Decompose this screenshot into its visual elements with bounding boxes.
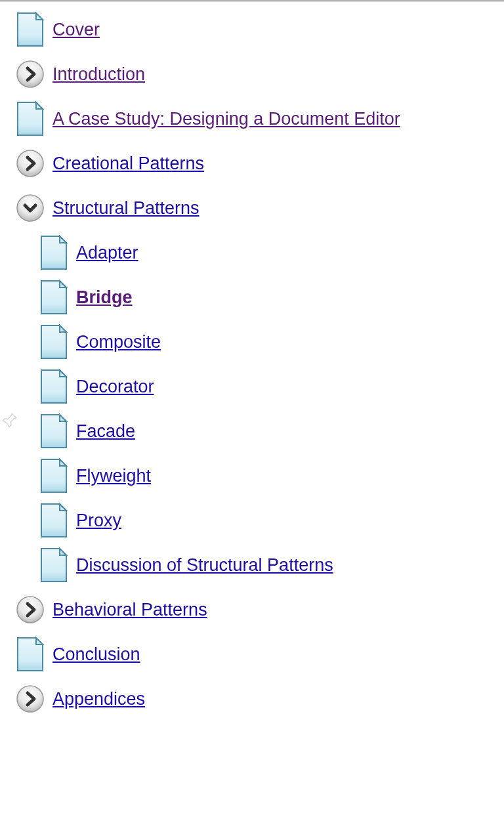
toc-icon-slot[interactable] bbox=[12, 591, 49, 628]
toc-item: Bridge bbox=[12, 279, 504, 316]
page-icon bbox=[37, 413, 70, 449]
toc-item: Decorator bbox=[12, 368, 504, 405]
svg-point-4 bbox=[17, 686, 43, 712]
toc-icon-slot bbox=[35, 279, 72, 316]
chevron-down-icon[interactable] bbox=[16, 194, 45, 222]
toc-link[interactable]: Composite bbox=[76, 332, 161, 352]
toc-icon-slot[interactable] bbox=[12, 56, 49, 93]
toc-link[interactable]: Bridge bbox=[76, 287, 133, 308]
toc-item: Behavioral Patterns bbox=[12, 591, 504, 628]
page-icon bbox=[37, 324, 70, 360]
toc-icon-slot[interactable] bbox=[12, 145, 49, 182]
toc-icon-slot bbox=[35, 457, 72, 494]
toc-icon-slot bbox=[12, 11, 49, 48]
page-icon bbox=[37, 547, 70, 583]
svg-point-0 bbox=[17, 61, 43, 87]
table-of-contents: Cover Introduction A Case Study: Designi… bbox=[0, 2, 504, 717]
chevron-right-icon[interactable] bbox=[16, 684, 45, 713]
chevron-right-icon[interactable] bbox=[16, 149, 45, 178]
toc-item: Facade bbox=[12, 413, 504, 450]
page-icon bbox=[37, 235, 70, 270]
toc-link[interactable]: Discussion of Structural Patterns bbox=[76, 555, 333, 576]
toc-item: Proxy bbox=[12, 502, 504, 539]
toc-item: Discussion of Structural Patterns bbox=[12, 547, 504, 583]
toc-icon-slot bbox=[35, 368, 72, 405]
page-icon bbox=[37, 369, 70, 404]
page-icon bbox=[14, 12, 47, 47]
toc-item: Creational Patterns bbox=[12, 145, 504, 182]
toc-link[interactable]: Decorator bbox=[76, 377, 154, 397]
toc-item: Introduction bbox=[12, 56, 504, 93]
page-icon bbox=[37, 458, 70, 494]
toc-item: Conclusion bbox=[12, 636, 504, 673]
svg-point-3 bbox=[17, 597, 43, 623]
toc-link[interactable]: Cover bbox=[52, 20, 100, 40]
toc-item: Adapter bbox=[12, 234, 504, 271]
toc-link[interactable]: Creational Patterns bbox=[52, 154, 204, 174]
toc-icon-slot bbox=[35, 413, 72, 450]
toc-item: Appendices bbox=[12, 681, 504, 717]
toc-item: A Case Study: Designing a Document Edito… bbox=[12, 100, 504, 137]
toc-icon-slot[interactable] bbox=[12, 190, 49, 226]
toc-link[interactable]: Adapter bbox=[76, 243, 138, 263]
toc-icon-slot bbox=[12, 100, 49, 137]
page-icon bbox=[37, 503, 70, 538]
toc-link[interactable]: Introduction bbox=[52, 64, 145, 85]
toc-icon-slot bbox=[12, 636, 49, 673]
toc-link[interactable]: Proxy bbox=[76, 511, 121, 531]
toc-item: Structural Patterns bbox=[12, 190, 504, 226]
page-icon bbox=[37, 280, 70, 315]
toc-icon-slot bbox=[35, 547, 72, 583]
toc-link[interactable]: Appendices bbox=[52, 689, 145, 709]
toc-link[interactable]: Structural Patterns bbox=[52, 198, 200, 219]
toc-icon-slot bbox=[35, 502, 72, 539]
chevron-right-icon[interactable] bbox=[16, 595, 45, 624]
toc-link[interactable]: Behavioral Patterns bbox=[52, 600, 207, 620]
toc-icon-slot bbox=[35, 234, 72, 271]
svg-point-2 bbox=[17, 195, 43, 221]
toc-link[interactable]: Conclusion bbox=[52, 644, 140, 665]
toc-item: Flyweight bbox=[12, 457, 504, 494]
chevron-right-icon[interactable] bbox=[16, 60, 45, 89]
toc-link[interactable]: Facade bbox=[76, 421, 135, 442]
svg-point-1 bbox=[17, 150, 43, 177]
toc-link[interactable]: Flyweight bbox=[76, 466, 151, 486]
toc-link[interactable]: A Case Study: Designing a Document Edito… bbox=[52, 109, 400, 129]
page-icon bbox=[14, 101, 47, 136]
toc-item: Composite bbox=[12, 324, 504, 360]
page-icon bbox=[14, 637, 47, 672]
toc-item: Cover bbox=[12, 11, 504, 48]
toc-icon-slot[interactable] bbox=[12, 681, 49, 717]
toc-icon-slot bbox=[35, 324, 72, 360]
